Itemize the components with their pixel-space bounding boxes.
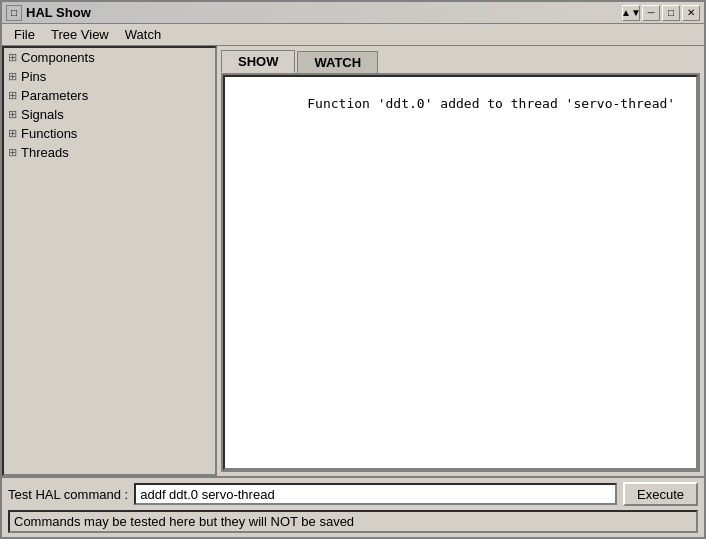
menu-file[interactable]: File (6, 25, 43, 44)
tree-expand-icon-parameters: ⊞ (8, 89, 17, 102)
tab-watch-label: WATCH (314, 55, 361, 70)
tab-bar: SHOW WATCH (221, 50, 700, 73)
tree-expand-icon-pins: ⊞ (8, 70, 17, 83)
tree-expand-icon-threads: ⊞ (8, 146, 17, 159)
restore-button[interactable]: ▲▼ (622, 5, 640, 21)
menu-tree-view[interactable]: Tree View (43, 25, 117, 44)
main-window: □ HAL Show ▲▼ ─ □ ✕ File Tree View Watch… (0, 0, 706, 539)
tab-watch[interactable]: WATCH (297, 51, 378, 73)
tab-show-label: SHOW (238, 54, 278, 69)
title-bar-left: □ HAL Show (6, 5, 91, 21)
tree-item-threads[interactable]: ⊞ Threads (4, 143, 215, 162)
tree-item-components[interactable]: ⊞ Components (4, 48, 215, 67)
bottom-area: Test HAL command : Execute Commands may … (2, 476, 704, 537)
tree-item-functions[interactable]: ⊞ Functions (4, 124, 215, 143)
execute-button[interactable]: Execute (623, 482, 698, 506)
tree-label-signals: Signals (21, 107, 64, 122)
main-area: ⊞ Components ⊞ Pins ⊞ Parameters ⊞ Signa… (2, 46, 704, 476)
tab-show[interactable]: SHOW (221, 50, 295, 73)
tree-expand-icon-components: ⊞ (8, 51, 17, 64)
tree-item-pins[interactable]: ⊞ Pins (4, 67, 215, 86)
right-panel: SHOW WATCH Function 'ddt.0' added to thr… (217, 46, 704, 476)
title-bar-controls: ▲▼ ─ □ ✕ (622, 5, 700, 21)
status-bar: Commands may be tested here but they wil… (8, 510, 698, 533)
tree-label-threads: Threads (21, 145, 69, 160)
tree-expand-icon-functions: ⊞ (8, 127, 17, 140)
content-text: Function 'ddt.0' added to thread 'servo-… (307, 96, 675, 111)
tree-label-pins: Pins (21, 69, 46, 84)
minimize-button[interactable]: ─ (642, 5, 660, 21)
tree-panel: ⊞ Components ⊞ Pins ⊞ Parameters ⊞ Signa… (2, 46, 217, 476)
close-button[interactable]: ✕ (682, 5, 700, 21)
content-area[interactable]: Function 'ddt.0' added to thread 'servo-… (223, 75, 698, 470)
command-input[interactable] (134, 483, 617, 505)
maximize-button[interactable]: □ (662, 5, 680, 21)
tree-item-signals[interactable]: ⊞ Signals (4, 105, 215, 124)
tree-item-parameters[interactable]: ⊞ Parameters (4, 86, 215, 105)
command-label: Test HAL command : (8, 487, 128, 502)
tree-label-parameters: Parameters (21, 88, 88, 103)
tree-expand-icon-signals: ⊞ (8, 108, 17, 121)
tree-label-components: Components (21, 50, 95, 65)
menu-watch[interactable]: Watch (117, 25, 169, 44)
command-row: Test HAL command : Execute (8, 482, 698, 506)
title-bar: □ HAL Show ▲▼ ─ □ ✕ (2, 2, 704, 24)
menu-bar: File Tree View Watch (2, 24, 704, 46)
window-title: HAL Show (26, 5, 91, 20)
tree-label-functions: Functions (21, 126, 77, 141)
content-wrapper: Function 'ddt.0' added to thread 'servo-… (221, 73, 700, 472)
window-icon: □ (6, 5, 22, 21)
status-text: Commands may be tested here but they wil… (14, 514, 354, 529)
